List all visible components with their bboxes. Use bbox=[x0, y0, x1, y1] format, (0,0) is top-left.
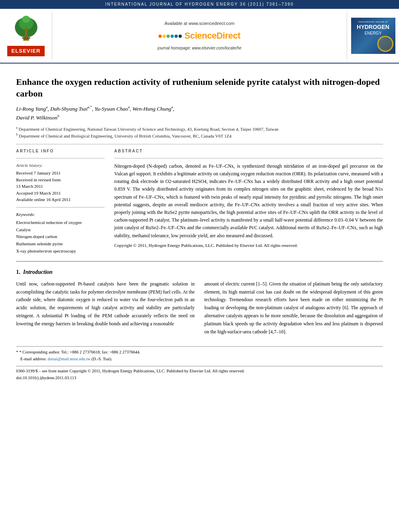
journal-homepage-text: journal homepage: www.elsevier.com/locat… bbox=[158, 45, 242, 51]
affiliation-b: b Department of Chemical and Biological … bbox=[16, 132, 383, 139]
elsevier-tree-icon bbox=[8, 15, 44, 43]
sd-dot-4 bbox=[171, 35, 174, 38]
author-2: Dah-Shyang Tsai bbox=[50, 106, 88, 112]
author-email[interactable]: dstsai@mail.ntust.edu.tw bbox=[48, 357, 90, 361]
abstract-copyright: Copyright © 2011, Hydrogen Energy Public… bbox=[114, 242, 383, 249]
keywords-title: Keywords: bbox=[16, 212, 105, 218]
sd-dots-icon bbox=[158, 35, 182, 38]
article-info-col: ARTICLE INFO Article history: Received 7… bbox=[16, 148, 105, 255]
keyword-4: Ruthenium selenide pyrite bbox=[16, 240, 105, 248]
elsevier-logo-container: ELSEVIER bbox=[0, 12, 52, 60]
cover-energy-text: ENERGY bbox=[364, 31, 381, 36]
divider-kw bbox=[16, 207, 105, 207]
article-info-abstract: ARTICLE INFO Article history: Received 7… bbox=[16, 148, 383, 255]
corresponding-text: * Corresponding author. Tel.: +886 2 273… bbox=[19, 350, 140, 354]
intro-left-para1: Until now, carbon-supported Pt-based cat… bbox=[16, 280, 195, 328]
journal-header: ELSEVIER Available at www.sciencedirect.… bbox=[0, 9, 399, 64]
journal-cover-image: International Journal of HYDROGEN ENERGY bbox=[351, 18, 395, 54]
footnotes: * * Corresponding author. Tel.: +886 2 2… bbox=[16, 346, 383, 363]
sciencedirect-wordmark: ScienceDirect bbox=[184, 30, 240, 42]
divider-1 bbox=[16, 144, 383, 144]
cover-circle-decor bbox=[377, 36, 393, 52]
author-3: Yu-Syuan Chao bbox=[95, 106, 128, 112]
cover-intl-text: International Journal of bbox=[358, 20, 388, 23]
keyword-1: Electrochemical reduction of oxygen bbox=[16, 219, 105, 226]
intro-title: Introduction bbox=[23, 269, 53, 275]
intro-left-col: Until now, carbon-supported Pt-based cat… bbox=[16, 280, 195, 340]
history-title: Article history: bbox=[16, 162, 105, 168]
corresponding-star: * bbox=[16, 350, 19, 354]
svg-point-3 bbox=[22, 16, 30, 23]
intro-number: 1. bbox=[16, 269, 21, 275]
sd-dot-3 bbox=[167, 35, 170, 38]
introduction-section: 1. Introduction Until now, carbon-suppor… bbox=[16, 268, 383, 340]
keyword-2: Catalyst bbox=[16, 226, 105, 234]
revised-label: Received in revised form bbox=[16, 177, 105, 183]
sciencedirect-header: Available at www.sciencedirect.com Scien… bbox=[52, 12, 347, 60]
affil-a-text: Department of Chemical Engineering, Nati… bbox=[19, 126, 278, 131]
sd-dot-2 bbox=[162, 35, 166, 38]
author-5-sup: b bbox=[58, 114, 60, 118]
sd-dot-1 bbox=[158, 35, 162, 38]
sd-dot-6 bbox=[179, 35, 182, 38]
paper-body: Enhance the oxygen reduction activity of… bbox=[0, 64, 399, 388]
keyword-3: Nitrogen-doped carbon bbox=[16, 233, 105, 240]
journal-cover-container: International Journal of HYDROGEN ENERGY bbox=[347, 12, 399, 60]
bottom-bar: 0360-3199/$ – see front matter Copyright… bbox=[16, 366, 383, 382]
abstract-label: ABSTRACT bbox=[114, 148, 383, 154]
doi-line: doi:10.1016/j.ijhydene.2011.03.113 bbox=[16, 375, 383, 382]
sciencedirect-logo: ScienceDirect bbox=[158, 30, 240, 42]
svg-rect-5 bbox=[22, 37, 30, 39]
accepted-date: Accepted 19 March 2011 bbox=[16, 190, 105, 197]
cover-hydrogen-text: HYDROGEN bbox=[357, 24, 389, 30]
article-info-label: ARTICLE INFO bbox=[16, 148, 105, 154]
section-divider-main bbox=[16, 261, 383, 262]
author-4-sup: a bbox=[171, 105, 173, 109]
journal-header-bar: INTERNATIONAL JOURNAL OF HYDROGEN ENERGY… bbox=[0, 0, 399, 9]
journal-title-bar: INTERNATIONAL JOURNAL OF HYDROGEN ENERGY… bbox=[105, 2, 294, 6]
abstract-col: ABSTRACT Nitrogen-doped (N-doped) carbon… bbox=[114, 148, 383, 255]
intro-two-col: Until now, carbon-supported Pt-based cat… bbox=[16, 280, 383, 340]
elsevier-wordmark: ELSEVIER bbox=[7, 46, 44, 56]
available-at-text: Available at www.sciencedirect.com bbox=[165, 21, 234, 27]
abstract-paragraph: Nitrogen-doped (N-doped) carbon, denoted… bbox=[114, 162, 383, 240]
available-date: Available online 16 April 2011 bbox=[16, 196, 105, 203]
affiliation-a: a Department of Chemical Engineering, Na… bbox=[16, 125, 383, 132]
paper-title: Enhance the oxygen reduction activity of… bbox=[16, 76, 383, 99]
article-history: Article history: Received 7 January 2011… bbox=[16, 162, 105, 203]
authors-list: Li-Rong Yanga, Dah-Shyang Tsaia,*, Yu-Sy… bbox=[16, 104, 383, 122]
author-2-sup: a,* bbox=[88, 105, 92, 109]
author-3-sup: a bbox=[128, 105, 130, 109]
divider-ai bbox=[16, 158, 105, 158]
issn-line: 0360-3199/$ – see front matter Copyright… bbox=[16, 368, 383, 375]
affil-a-sup: a bbox=[16, 126, 18, 129]
author-1-sup: a bbox=[46, 105, 47, 109]
author-1: Li-Rong Yang bbox=[16, 106, 46, 112]
affiliations: a Department of Chemical Engineering, Na… bbox=[16, 125, 383, 139]
corresponding-author-note: * * Corresponding author. Tel.: +886 2 2… bbox=[16, 349, 383, 356]
svg-rect-4 bbox=[25, 27, 27, 37]
intro-heading: 1. Introduction bbox=[16, 268, 383, 276]
divider-abs bbox=[114, 158, 383, 158]
received-date: Received 7 January 2011 bbox=[16, 170, 105, 177]
intro-right-col: amount of electric current [1–5]. Given … bbox=[204, 280, 383, 340]
email-label: E-mail address: bbox=[16, 357, 48, 361]
sd-dot-5 bbox=[175, 35, 178, 38]
affil-b-text: Department of Chemical and Biological En… bbox=[19, 133, 232, 138]
intro-right-para1: amount of electric current [1–5]. Given … bbox=[204, 280, 383, 336]
email-note: E-mail address: dstsai@mail.ntust.edu.tw… bbox=[16, 356, 383, 363]
keyword-5: X-ray photoelectron spectroscopy bbox=[16, 248, 105, 255]
affil-b-sup: b bbox=[16, 133, 18, 136]
author-5: David P. Wilkinson bbox=[16, 115, 58, 121]
email-suffix: (D.-S. Tsai). bbox=[92, 357, 113, 361]
author-4: Wen-Hung Chung bbox=[132, 106, 171, 112]
keywords-section: Keywords: Electrochemical reduction of o… bbox=[16, 212, 105, 255]
abstract-text: Nitrogen-doped (N-doped) carbon, denoted… bbox=[114, 162, 383, 249]
revised-date: 13 March 2011 bbox=[16, 183, 105, 190]
